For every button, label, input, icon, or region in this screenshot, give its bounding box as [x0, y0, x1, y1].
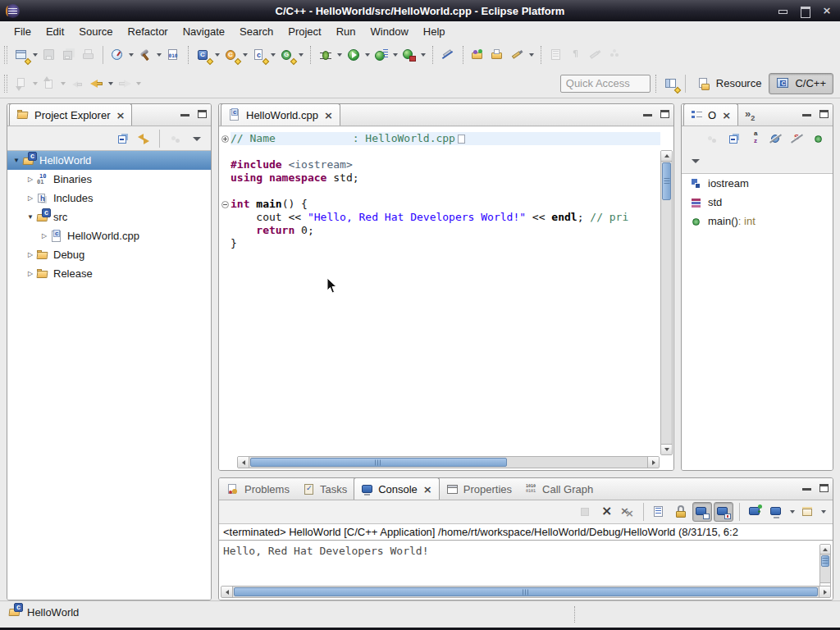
expand-arrow-icon[interactable]: ▷	[25, 270, 36, 277]
scroll-left-button[interactable]	[238, 457, 249, 468]
close-editor-tab-icon[interactable]	[322, 109, 333, 121]
console-vscroll-thumb[interactable]	[821, 555, 829, 567]
minimize-view-icon[interactable]	[180, 112, 189, 116]
stderr-button[interactable]	[714, 502, 733, 522]
external-tools-dropdown[interactable]	[419, 45, 427, 65]
close-outline-tab-icon[interactable]	[720, 109, 731, 121]
new-cpp-class-button[interactable]	[221, 45, 241, 65]
tab-project-explorer[interactable]: Project Explorer	[9, 103, 132, 126]
folded-region-box[interactable]	[458, 135, 465, 144]
menu-edit[interactable]: Edit	[39, 23, 71, 40]
tree-item-includes[interactable]: ▷Includes	[7, 189, 211, 208]
maximize-view-icon[interactable]	[198, 110, 207, 118]
perspective-cpp-button[interactable]: C/C++	[769, 73, 833, 94]
expand-arrow-icon[interactable]: ▷	[39, 232, 50, 240]
maximize-window-icon[interactable]	[800, 6, 810, 16]
new-c-file-button[interactable]	[249, 45, 269, 65]
external-tools-button[interactable]	[399, 45, 419, 65]
fold-gutter[interactable]	[219, 132, 231, 145]
expand-arrow-icon[interactable]: ▷	[25, 194, 36, 202]
profile-button[interactable]	[107, 45, 127, 65]
outline-item-std[interactable]: std	[682, 193, 833, 212]
code-editor[interactable]: // Name : HelloWorld.cpp#include <iostre…	[219, 127, 673, 470]
menu-navigate[interactable]: Navigate	[176, 23, 232, 40]
editor-vertical-scrollbar[interactable]	[660, 150, 673, 455]
menu-refactor[interactable]: Refactor	[121, 23, 176, 40]
hide-static-button[interactable]	[788, 129, 807, 148]
open-element-button[interactable]	[468, 45, 488, 65]
close-window-icon[interactable]: ×	[822, 6, 832, 16]
run-button[interactable]	[344, 45, 363, 65]
tab-more-views[interactable]: »2	[738, 104, 761, 126]
collapse-arrow-icon[interactable]: ▼	[25, 213, 36, 221]
display-console-button[interactable]	[767, 502, 787, 522]
view-menu-button[interactable]	[187, 129, 207, 148]
build-dropdown[interactable]	[155, 45, 163, 65]
run-config-dropdown[interactable]	[391, 45, 399, 65]
remove-all-button[interactable]	[618, 502, 637, 522]
console-hscroll-thumb[interactable]	[234, 587, 818, 596]
menu-search[interactable]: Search	[232, 23, 281, 40]
tree-item-src[interactable]: ▼src	[7, 208, 211, 226]
tab-console[interactable]: Console	[354, 477, 440, 500]
open-console-button[interactable]	[798, 502, 818, 522]
tree-item-helloworld[interactable]: ▼HelloWorld	[7, 151, 211, 170]
editor-hscroll-thumb[interactable]	[250, 458, 507, 467]
outline-tree[interactable]: iostreamstdmain() : int	[682, 173, 833, 470]
debug-button[interactable]	[316, 45, 336, 65]
fold-gutter[interactable]	[219, 198, 231, 211]
sort-button[interactable]	[745, 129, 765, 148]
remove-button[interactable]	[596, 502, 616, 522]
mark-occurrences-button[interactable]	[438, 45, 458, 65]
tree-item-binaries[interactable]: ▷Binaries	[7, 170, 211, 189]
collapse-arrow-icon[interactable]: ▼	[11, 157, 22, 164]
collapse-all-button[interactable]	[724, 129, 743, 148]
display-console-dropdown[interactable]	[788, 502, 797, 522]
tab-call-graph[interactable]: Call Graph	[518, 478, 600, 500]
run-config-button[interactable]	[372, 45, 391, 65]
scroll-down-button[interactable]	[661, 444, 672, 454]
console-horizontal-scrollbar[interactable]	[221, 586, 831, 598]
nav-toolbar-drag-handle[interactable]	[4, 75, 7, 93]
new-wizard-button[interactable]	[11, 45, 31, 65]
close-console-tab-icon[interactable]	[422, 483, 432, 495]
hide-nonpublic-button[interactable]	[809, 129, 829, 148]
new-wizard-dropdown[interactable]	[31, 45, 39, 65]
perspective-resource-button[interactable]: Resource	[690, 73, 769, 94]
console-scroll-left-button[interactable]	[221, 587, 233, 597]
console-output[interactable]: Hello, Red Hat Developers World!	[219, 542, 818, 583]
console-scroll-right-button[interactable]	[819, 587, 830, 597]
project-explorer-tree[interactable]: ▼HelloWorld▷Binaries▷Includes▼src▷HelloW…	[7, 150, 211, 600]
scroll-lock-button[interactable]	[671, 502, 691, 522]
new-c-project-dropdown[interactable]	[213, 45, 221, 65]
run-dropdown[interactable]	[363, 45, 372, 65]
menu-source[interactable]: Source	[71, 23, 120, 40]
hide-fields-button[interactable]	[766, 129, 786, 148]
fold-expand-icon[interactable]	[221, 135, 229, 143]
new-target-dropdown[interactable]	[297, 45, 305, 65]
back-dropdown[interactable]	[107, 74, 115, 94]
expand-arrow-icon[interactable]: ▷	[25, 251, 36, 258]
minimize-outline-icon[interactable]	[802, 112, 811, 116]
menu-project[interactable]: Project	[281, 23, 328, 40]
profile-dropdown[interactable]	[127, 45, 135, 65]
debug-dropdown[interactable]	[336, 45, 344, 65]
link-editor-button[interactable]	[134, 129, 153, 148]
tab-outline[interactable]: O	[683, 103, 738, 126]
tree-item-helloworld-cpp[interactable]: ▷HelloWorld.cpp	[7, 226, 211, 245]
menu-help[interactable]: Help	[416, 23, 453, 40]
minimize-console-icon[interactable]	[802, 486, 811, 491]
tab-problems[interactable]: Problems	[221, 478, 296, 500]
tab-helloworld-cpp[interactable]: HelloWorld.cpp	[221, 103, 340, 126]
fold-collapse-icon[interactable]	[221, 201, 229, 208]
tree-item-debug[interactable]: ▷Debug	[7, 245, 211, 264]
back-button[interactable]	[87, 74, 107, 94]
collapse-all-button[interactable]	[112, 129, 132, 148]
maximize-editor-icon[interactable]	[660, 110, 669, 118]
expand-arrow-icon[interactable]: ▷	[25, 176, 36, 183]
open-perspective-button[interactable]	[661, 74, 681, 94]
new-target-button[interactable]	[277, 45, 297, 65]
close-tab-icon[interactable]	[114, 109, 125, 121]
editor-horizontal-scrollbar[interactable]	[237, 456, 660, 468]
console-scroll-up-button[interactable]	[820, 545, 830, 555]
